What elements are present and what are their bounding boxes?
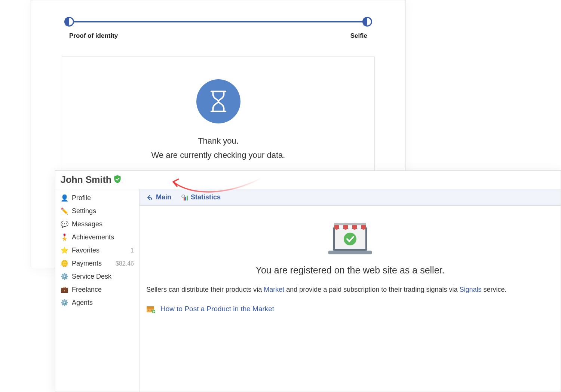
sidebar-item-label: Messages [72,220,102,228]
verified-shield-icon [114,175,121,185]
sidebar-item-freelance[interactable]: 💼 Freelance [55,283,139,296]
status-line-1: Thank you. [62,136,374,146]
sidebar-item-profile[interactable]: 👤 Profile [55,192,139,205]
gear-icon: ⚙️ [61,273,68,281]
sidebar-item-agents[interactable]: ⚙️ Agents [55,296,139,309]
cog-icon: ⚙️ [61,299,68,307]
svg-rect-11 [147,306,154,309]
profile-user-name: John Smith [61,174,111,185]
star-icon: ⭐ [61,247,68,254]
profile-header: John Smith [55,171,561,189]
seller-desc-text: service. [484,286,507,293]
sidebar-item-label: Achievements [72,233,114,241]
signals-link[interactable]: Signals [459,286,481,293]
bubbles-icon: 💬 [61,221,68,228]
sidebar-item-messages[interactable]: 💬 Messages [55,218,139,231]
progress-label-identity: Proof of identity [69,32,118,40]
howto-link-label: How to Post a Product in the Market [160,305,274,313]
sidebar-item-label: Settings [72,207,96,215]
payments-balance: $82.46 [116,260,134,267]
status-line-2: We are currently checking your data. [62,150,374,160]
bar-chart-icon [181,194,188,201]
sidebar-item-label: Agents [72,299,93,307]
svg-point-12 [148,310,150,311]
seller-description: Sellers can distribute their products vi… [146,285,554,295]
market-box-icon [146,305,155,313]
svg-point-13 [151,310,153,311]
sidebar-item-achievements[interactable]: 🎖️ Achievements [55,231,139,244]
svg-point-9 [344,233,356,245]
tab-statistics[interactable]: Statistics [181,193,221,201]
svg-point-0 [182,195,185,198]
svg-rect-2 [184,198,185,200]
sidebar-item-label: Freelance [72,286,102,294]
progress-step-identity [64,17,74,27]
medal-icon: 🎖️ [61,234,68,241]
svg-rect-8 [334,223,366,225]
progress-label-selfie: Selfie [350,32,367,40]
seller-headline: You are registered on the web site as a … [146,265,554,276]
svg-rect-3 [185,197,186,200]
coins-icon: 🪙 [61,260,68,267]
sidebar-item-label: Payments [72,260,102,267]
seller-desc-text: Sellers can distribute their products vi… [146,286,264,293]
progress-step-selfie [362,17,372,27]
person-icon: 👤 [61,195,68,202]
hourglass-icon [196,79,240,123]
sidebar: 👤 Profile ✏️ Settings 💬 Messages 🎖️ Achi… [55,189,140,392]
back-arrow-icon [146,194,153,201]
progress-bar: Proof of identity Selfie [69,21,367,40]
sidebar-item-label: Profile [72,194,91,202]
svg-rect-4 [187,196,188,200]
tabs-bar: Main Statistics [140,189,561,206]
tab-main[interactable]: Main [146,193,171,201]
seller-desc-text: and provide a paid subscription to their… [286,286,459,293]
sidebar-item-settings[interactable]: ✏️ Settings [55,205,139,218]
tab-label: Main [156,193,171,201]
briefcase-icon: 💼 [61,286,68,294]
svg-rect-7 [328,251,372,254]
sidebar-item-favorites[interactable]: ⭐ Favorites 1 [55,244,139,257]
seller-main-content: You are registered on the web site as a … [140,206,561,392]
sidebar-item-label: Service Desk [72,273,111,281]
sidebar-item-label: Favorites [72,246,99,254]
howto-post-product-link[interactable]: How to Post a Product in the Market [146,305,554,313]
sidebar-item-servicedesk[interactable]: ⚙️ Service Desk [55,270,139,283]
store-illustration [325,219,375,257]
market-link[interactable]: Market [264,286,284,293]
sidebar-item-payments[interactable]: 🪙 Payments $82.46 [55,257,139,270]
tab-label: Statistics [191,193,221,201]
favorites-count: 1 [131,247,134,254]
pencil-icon: ✏️ [61,208,68,215]
profile-panel: John Smith 👤 Profile [55,170,561,392]
